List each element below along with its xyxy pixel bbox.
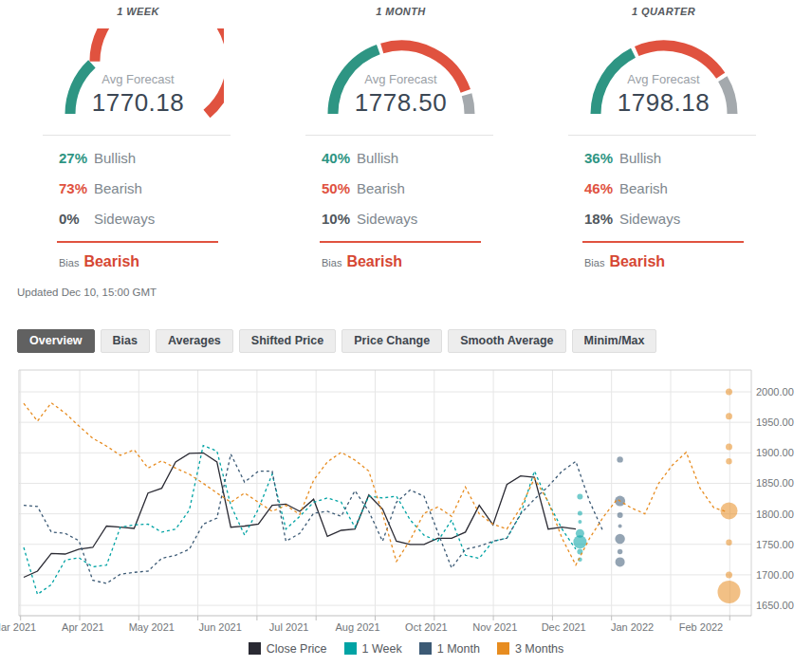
bias-underline	[582, 241, 744, 243]
legend-swatch	[419, 642, 432, 655]
forecast-dot-1-month	[616, 557, 625, 566]
x-axis-tick-label: Jan 2022	[611, 621, 654, 633]
forecast-poll-widget: 1 WEEK Avg Forecast 1770.18 27% Bullish …	[0, 0, 812, 666]
forecast-dot-1-week	[578, 520, 581, 524]
bullish-label: Bullish	[94, 150, 136, 166]
legend-item-3-months: 3 Months	[497, 642, 563, 656]
bearish-row: 50% Bearish	[269, 180, 532, 196]
y-axis-tick-label: 1700.00	[756, 568, 794, 580]
forecast-dot-3-months	[726, 571, 732, 578]
tab-bias[interactable]: Bias	[101, 329, 150, 353]
period-title: 1 MONTH	[269, 6, 532, 17]
x-axis-tick-label: Jun 2021	[199, 621, 242, 633]
bullish-pct: 36%	[584, 150, 619, 166]
bearish-label: Bearish	[619, 180, 668, 196]
bearish-pct: 46%	[584, 180, 619, 196]
sideways-label: Sideways	[619, 211, 680, 227]
bullish-label: Bullish	[357, 150, 398, 166]
forecast-dot-3-months	[726, 388, 732, 395]
bearish-pct: 50%	[322, 180, 357, 196]
y-axis-tick-label: 1650.00	[756, 600, 794, 611]
x-axis-tick-label: Mar 2021	[0, 621, 36, 633]
forecast-cards: 1 WEEK Avg Forecast 1770.18 27% Bullish …	[0, 0, 812, 270]
legend-label: 1 Week	[362, 642, 402, 656]
bearish-label: Bearish	[94, 180, 142, 196]
bias-value: Bearish	[609, 253, 665, 270]
series-line-1-month	[24, 453, 603, 583]
legend-swatch	[497, 642, 509, 655]
forecast-dot-1-month	[618, 548, 622, 553]
avg-forecast-label: Avg Forecast	[53, 72, 224, 86]
bias-label: Bias	[59, 257, 79, 268]
gauge-1-quarter: Avg Forecast 1798.18	[579, 28, 749, 118]
sideways-label: Sideways	[357, 211, 417, 227]
divider	[43, 135, 231, 136]
y-axis-tick-label: 2000.00	[756, 386, 794, 398]
sideways-label: Sideways	[94, 211, 155, 227]
tab-price-change[interactable]: Price Change	[341, 329, 442, 353]
x-axis-tick-label: Nov 2021	[472, 621, 517, 633]
legend-label: 1 Month	[437, 642, 480, 656]
forecast-dot-1-month	[617, 456, 622, 462]
bullish-pct: 40%	[322, 150, 357, 166]
x-axis-tick-label: May 2021	[129, 621, 175, 633]
legend-item-1-week: 1 Week	[344, 642, 402, 656]
legend-label: Close Price	[267, 642, 327, 656]
tab-shifted-price[interactable]: Shifted Price	[239, 329, 336, 353]
forecast-card-1-week: 1 WEEK Avg Forecast 1770.18 27% Bullish …	[7, 0, 269, 270]
bullish-row: 27% Bullish	[7, 150, 269, 166]
forecast-dot-3-months	[726, 443, 732, 450]
forecast-dot-3-months	[718, 580, 741, 602]
bias-underline	[320, 241, 481, 243]
x-axis-tick-label: Dec 2021	[542, 621, 586, 633]
forecast-dot-3-months	[726, 539, 731, 545]
bearish-row: 46% Bearish	[532, 180, 795, 196]
x-axis-tick-label: Jul 2021	[269, 621, 309, 633]
bullish-row: 36% Bullish	[532, 150, 795, 166]
tab-minim-max[interactable]: Minim/Max	[572, 329, 657, 353]
legend-item-close-price: Close Price	[249, 642, 327, 656]
forecast-dot-1-month	[618, 524, 622, 527]
bias-value: Bearish	[83, 253, 139, 270]
y-axis-tick-label: 1850.00	[756, 477, 794, 489]
sideways-pct: 18%	[584, 211, 619, 227]
x-axis-tick-label: Aug 2021	[335, 621, 379, 633]
forecast-dot-1-month	[615, 533, 624, 543]
forecast-dot-1-week	[577, 493, 582, 499]
forecast-chart: 2000.001950.001900.001850.001800.001750.…	[0, 368, 812, 656]
gauge-1-month: Avg Forecast 1778.50	[316, 28, 487, 118]
x-axis-tick-label: Feb 2022	[679, 621, 723, 633]
sideways-row: 18% Sideways	[532, 211, 795, 227]
bearish-label: Bearish	[357, 180, 405, 196]
forecast-dot-3-months	[726, 458, 731, 464]
chart-legend: Close Price1 Week1 Month3 Months	[0, 642, 812, 656]
chart-tabs: OverviewBiasAveragesShifted PricePrice C…	[17, 329, 812, 353]
gauge-1-week: Avg Forecast 1770.18	[53, 28, 224, 118]
avg-forecast-label: Avg Forecast	[579, 72, 749, 86]
sideways-pct: 0%	[59, 211, 94, 227]
y-axis-tick-label: 1800.00	[756, 508, 794, 519]
avg-forecast-value: 1770.18	[53, 88, 224, 118]
bullish-label: Bullish	[619, 150, 661, 166]
forecast-card-1-quarter: 1 QUARTER Avg Forecast 1798.18 36% Bulli…	[532, 0, 795, 270]
bias-label: Bias	[322, 257, 341, 268]
tab-smooth-average[interactable]: Smooth Average	[448, 329, 565, 353]
bullish-row: 40% Bullish	[269, 150, 532, 166]
tab-averages[interactable]: Averages	[156, 329, 233, 353]
forecast-card-1-month: 1 MONTH Avg Forecast 1778.50 40% Bullish…	[269, 0, 532, 270]
avg-forecast-value: 1798.18	[579, 88, 749, 118]
forecast-dot-1-week	[573, 535, 586, 548]
divider	[568, 135, 756, 136]
tab-overview[interactable]: Overview	[17, 329, 95, 353]
forecast-dot-1-week	[578, 510, 582, 515]
forecast-dot-1-month	[618, 511, 623, 517]
y-axis-tick-label: 1900.00	[756, 447, 794, 458]
forecast-dot-3-months	[721, 502, 738, 519]
y-axis-tick-label: 1950.00	[756, 416, 794, 428]
legend-swatch	[249, 642, 261, 655]
bias-underline	[57, 241, 218, 243]
legend-swatch	[344, 642, 357, 655]
sideways-row: 0% Sideways	[7, 211, 269, 227]
bias-value: Bearish	[346, 253, 402, 270]
forecast-dot-3-months	[726, 413, 732, 419]
